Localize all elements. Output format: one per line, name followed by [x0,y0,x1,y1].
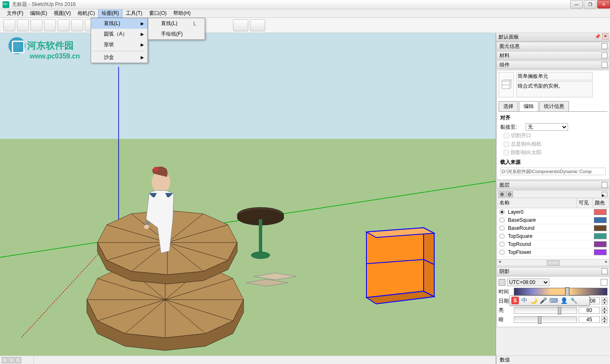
component-name-input[interactable] [516,72,593,80]
layer-color-swatch[interactable] [594,217,607,223]
layer-row[interactable]: Layer0 [497,208,609,216]
sogou-logo-icon: S [511,297,519,304]
darkness-input[interactable] [579,316,600,323]
time-slider[interactable] [514,288,607,295]
glue-select[interactable]: 无 [526,123,568,131]
svg-point-32 [153,167,158,172]
ime-moon-icon[interactable]: 🌙 [530,297,537,304]
tool-button[interactable] [71,19,83,31]
bright-label: 亮 [499,307,512,314]
load-path-input[interactable] [500,168,606,175]
submenu-item-freehand[interactable]: 手绘线(F) [148,29,205,39]
tool-button[interactable] [30,19,42,31]
dropdown-item-shape[interactable]: 形状▶ [91,39,147,50]
col-header-visible[interactable]: 可见 [577,198,593,208]
shadow-options-button[interactable] [601,279,607,286]
tab-stats[interactable]: 统计信息 [539,101,569,111]
section-layers[interactable]: 图层 [496,181,610,189]
section-entity-info[interactable]: 图元信息 [496,42,610,50]
tab-edit[interactable]: 编辑 [519,101,538,111]
darkness-spinner[interactable]: ▲▼ [602,316,607,323]
status-button[interactable] [2,357,8,363]
menu-camera[interactable]: 相机(C) [74,9,98,18]
tab-select[interactable]: 选择 [499,101,518,111]
viewport-3d[interactable]: 河东软件园 www.pc0359.cn [0,33,496,364]
layer-radio[interactable] [499,210,505,215]
delete-layer-button[interactable]: ⊖ [506,191,513,197]
layer-radio[interactable] [499,234,505,239]
shadow-toggle-button[interactable] [499,279,505,286]
status-button[interactable] [8,357,14,363]
section-material[interactable]: 材料 [496,51,610,60]
menu-tools[interactable]: 工具(T) [122,9,146,18]
layer-row[interactable]: BaseSquare [497,216,609,224]
component-desc-input[interactable] [516,81,593,97]
menu-edit[interactable]: 编辑(E) [27,9,50,18]
layers-panel: ⊕ ⊖ ▸ 名称 可见 颜色 Layer0 BaseSquare BaseRou… [496,190,610,266]
layer-color-swatch[interactable] [594,209,607,215]
submenu-item-line[interactable]: 直线(L)L [148,18,205,29]
brightness-slider[interactable] [514,307,577,314]
date-spinner[interactable]: ▲▼ [602,297,607,305]
section-component[interactable]: 组件 [496,61,610,69]
layer-row[interactable]: BaseRound [497,224,609,232]
timezone-select[interactable]: UTC+08:00 [507,279,549,286]
pin-icon[interactable]: 📌 [595,34,601,39]
status-button[interactable] [15,357,21,363]
minimize-button[interactable]: — [570,0,583,8]
ime-keyboard-icon[interactable]: ⌨ [549,297,558,304]
ime-settings-icon[interactable]: 🔧 [570,297,577,304]
section-shadow[interactable]: 阴影 [496,267,610,276]
ime-user-icon[interactable]: 👤 [560,297,568,304]
layer-name: Layer0 [508,209,594,215]
layer-color-swatch[interactable] [594,241,607,247]
menu-file[interactable]: 文件(F) [3,9,27,18]
menu-view[interactable]: 视图(V) [50,9,74,18]
load-heading: 载入来源 [500,159,606,166]
svg-marker-30 [246,279,288,286]
layer-row[interactable]: TopRound [497,240,609,248]
component-panel: 选择 编辑 统计信息 对齐 黏接至: 无 切割开口 总是朝向相机 阴影朝向太阳 … [496,70,610,180]
component-thumbnail [499,72,514,97]
menu-help[interactable]: 帮助(H) [170,9,194,18]
add-layer-button[interactable]: ⊕ [499,191,505,197]
tool-button[interactable] [17,19,29,31]
dropdown-item-line[interactable]: 直线(L)▶ [91,18,147,29]
layer-color-swatch[interactable] [594,233,607,239]
close-button[interactable]: ✕ [597,0,610,8]
tool-button[interactable] [3,19,15,31]
ime-toolbar[interactable]: S 中 🌙 🎤 ⌨ 👤 🔧 [509,295,590,306]
status-bar: 数值 [0,356,610,364]
layer-row[interactable]: TopSquare [497,232,609,240]
dropdown-item-sandbox[interactable]: 沙盒▶ [91,52,147,63]
brightness-spinner[interactable]: ▲▼ [602,306,607,314]
layer-radio[interactable] [499,250,505,255]
layer-color-swatch[interactable] [594,225,607,231]
measurement-input[interactable] [513,357,607,363]
tool-button[interactable] [233,19,248,31]
menu-draw[interactable]: 绘图(R) [98,9,122,18]
tool-button[interactable] [58,19,69,31]
layer-color-swatch[interactable] [594,249,607,255]
right-panel: 默认面板 📌 ✕ 图元信息 材料 组件 [496,33,610,364]
menu-window[interactable]: 窗口(O) [146,9,170,18]
tool-button[interactable] [44,19,56,31]
layer-radio[interactable] [499,242,505,247]
ime-mode-icon[interactable]: 中 [521,297,527,304]
ime-mic-icon[interactable]: 🎤 [540,297,547,304]
brightness-input[interactable] [579,307,600,314]
layer-radio[interactable] [499,218,505,223]
align-heading: 对齐 [500,114,606,121]
layer-menu-button[interactable]: ▸ [602,192,607,197]
horizontal-scrollbar[interactable] [497,259,609,266]
layer-row[interactable]: TopFlower [497,248,609,256]
tool-button[interactable] [250,19,265,31]
layer-radio[interactable] [499,226,505,231]
close-panel-button[interactable]: ✕ [602,33,608,39]
maximize-button[interactable]: ❐ [584,0,596,8]
layer-name: BaseSquare [508,217,594,223]
darkness-slider[interactable] [514,316,577,323]
col-header-name[interactable]: 名称 [497,198,577,208]
dropdown-item-arc[interactable]: 圆弧（A）▶ [91,29,147,39]
col-header-color[interactable]: 颜色 [593,198,609,208]
